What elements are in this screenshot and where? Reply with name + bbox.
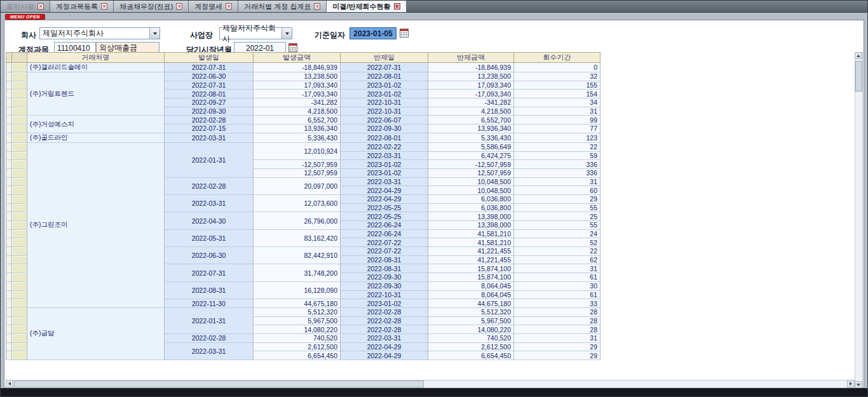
row-selector-cell[interactable] bbox=[12, 81, 27, 90]
row-selector-cell[interactable] bbox=[12, 334, 27, 343]
row-selector-cell[interactable] bbox=[12, 152, 27, 161]
row-selector-cell[interactable] bbox=[12, 98, 27, 107]
site-select[interactable]: 제일저지주식회사 bbox=[219, 27, 292, 39]
grid-row: (주)갤러리드솔레이2022-07-31-18,846,9392022-07-3… bbox=[6, 63, 600, 72]
row-selector-cell[interactable] bbox=[12, 160, 27, 169]
tab-close-icon[interactable]: × bbox=[37, 3, 44, 10]
row-selector-cell[interactable] bbox=[12, 238, 27, 247]
row-selector-cell[interactable] bbox=[12, 247, 27, 256]
customer-name-cell: (주)금담 bbox=[27, 308, 165, 360]
collection-days-cell: 24 bbox=[514, 230, 600, 239]
settlement-date-cell: 2022-04-29 bbox=[341, 351, 428, 360]
row-selector-cell[interactable] bbox=[12, 325, 27, 334]
occurrence-date-cell: 2022-09-30 bbox=[165, 107, 254, 116]
settlement-amount-cell: 8,064,045 bbox=[428, 291, 514, 300]
row-selector-cell[interactable] bbox=[12, 204, 27, 213]
tab-close-icon[interactable]: × bbox=[226, 3, 232, 10]
tab-close-icon[interactable]: × bbox=[176, 3, 182, 10]
tab-close-icon[interactable]: × bbox=[394, 3, 400, 10]
chevron-down-icon[interactable] bbox=[281, 28, 292, 39]
row-margin-cell bbox=[6, 143, 12, 152]
collection-days-cell: 62 bbox=[514, 256, 600, 265]
row-selector-cell[interactable] bbox=[12, 72, 27, 81]
row-selector-cell[interactable] bbox=[12, 133, 27, 143]
horizontal-scrollbar[interactable] bbox=[6, 380, 855, 388]
tab-4[interactable]: 계정명세× bbox=[189, 1, 238, 12]
row-selector-cell[interactable] bbox=[12, 212, 27, 221]
tab-5[interactable]: 거래처별 계정 집계표× bbox=[238, 1, 327, 12]
row-margin-cell bbox=[6, 63, 12, 72]
occurrence-date-cell: 2022-01-31 bbox=[165, 143, 254, 178]
tab-1[interactable]: 공지사항× bbox=[1, 1, 50, 12]
column-header[interactable]: 반제일 bbox=[341, 52, 428, 63]
base-date-input[interactable]: 2023-01-05 bbox=[349, 27, 397, 39]
row-selector-cell[interactable] bbox=[12, 63, 27, 72]
row-selector-cell[interactable] bbox=[12, 107, 27, 116]
row-margin-cell bbox=[6, 273, 12, 282]
row-selector-cell[interactable] bbox=[12, 308, 27, 317]
occurrence-date-cell: 2022-06-30 bbox=[165, 72, 254, 81]
settlement-amount-cell: 10,048,500 bbox=[428, 178, 514, 187]
row-selector-cell[interactable] bbox=[12, 195, 27, 204]
column-header[interactable]: 반제금액 bbox=[428, 52, 514, 63]
row-selector-cell[interactable] bbox=[12, 273, 27, 282]
vertical-scroll-thumb[interactable] bbox=[855, 61, 862, 91]
scroll-up-icon[interactable] bbox=[855, 52, 862, 59]
column-header[interactable]: 회수기간 bbox=[514, 52, 600, 63]
scroll-left-icon[interactable] bbox=[6, 380, 13, 387]
column-header[interactable]: 발생금액 bbox=[254, 52, 341, 63]
column-header[interactable]: 발생일 bbox=[165, 52, 254, 63]
tab-close-icon[interactable]: × bbox=[101, 3, 107, 10]
settlement-date-cell: 2022-07-22 bbox=[341, 247, 428, 256]
main-panel: 회사 제일저지주식회사 사업장 제일저지주식회사 기준일자 2023-01-05… bbox=[4, 20, 864, 388]
occurrence-amount-cell: 14,080,220 bbox=[254, 325, 341, 334]
row-selector-cell[interactable] bbox=[12, 124, 27, 133]
occurrence-amount-cell: 26,796,000 bbox=[254, 212, 341, 229]
row-selector-cell[interactable] bbox=[12, 169, 27, 178]
tab-3[interactable]: 채권채무장(전표)× bbox=[114, 1, 189, 12]
column-header[interactable]: 거래처명 bbox=[27, 52, 165, 63]
row-selector-cell[interactable] bbox=[12, 116, 27, 124]
row-selector-cell[interactable] bbox=[12, 221, 27, 230]
settlement-date-cell: 2022-10-31 bbox=[341, 98, 428, 107]
company-select[interactable]: 제일저지주식회사 bbox=[39, 27, 160, 39]
row-selector-cell[interactable] bbox=[12, 143, 27, 152]
settlement-amount-cell: 41,221,455 bbox=[428, 256, 514, 265]
collection-days-cell: 31 bbox=[514, 178, 600, 187]
row-margin-cell bbox=[6, 282, 12, 291]
row-selector-cell[interactable] bbox=[12, 90, 27, 98]
row-margin-cell bbox=[6, 247, 12, 256]
row-margin-cell bbox=[6, 238, 12, 247]
row-selector-cell[interactable] bbox=[12, 178, 27, 187]
row-selector-cell[interactable] bbox=[12, 186, 27, 195]
scroll-right-icon[interactable] bbox=[847, 380, 855, 387]
tab-6[interactable]: 미결/반제회수현황× bbox=[327, 1, 406, 12]
row-selector-cell[interactable] bbox=[12, 299, 27, 308]
base-date-value: 2023-01-05 bbox=[353, 29, 392, 38]
calendar-icon[interactable] bbox=[400, 29, 409, 37]
occurrence-amount-cell: 12,073,600 bbox=[254, 195, 341, 212]
occurrence-amount-cell: 2,612,500 bbox=[254, 343, 341, 352]
scroll-down-icon[interactable] bbox=[855, 381, 862, 388]
settlement-date-cell: 2022-06-24 bbox=[341, 230, 428, 239]
horizontal-scroll-thumb[interactable] bbox=[14, 380, 424, 387]
vertical-scrollbar[interactable] bbox=[855, 52, 863, 388]
menu-open-button[interactable]: MENU OPEN bbox=[5, 14, 45, 20]
settlement-amount-cell: 6,424,275 bbox=[428, 152, 514, 161]
row-selector-cell[interactable] bbox=[12, 230, 27, 239]
chevron-down-icon[interactable] bbox=[149, 28, 159, 39]
settlement-amount-cell: 6,036,800 bbox=[428, 195, 514, 204]
row-selector-cell[interactable] bbox=[12, 291, 27, 300]
row-selector-cell[interactable] bbox=[12, 256, 27, 265]
row-selector-cell[interactable] bbox=[12, 343, 27, 352]
grid-header: 거래처명발생일발생금액반제일반제금액회수기간 bbox=[6, 52, 600, 63]
calendar-icon[interactable] bbox=[288, 43, 297, 52]
tab-close-icon[interactable]: × bbox=[314, 3, 320, 10]
row-selector-cell[interactable] bbox=[12, 317, 27, 326]
row-selector-cell[interactable] bbox=[12, 264, 27, 273]
row-selector-cell[interactable] bbox=[12, 351, 27, 360]
tab-2[interactable]: 계정과목등록× bbox=[50, 1, 114, 12]
row-selector-cell[interactable] bbox=[12, 282, 27, 291]
settlement-amount-cell: 12,507,959 bbox=[428, 169, 514, 178]
occurrence-amount-cell: 4,218,500 bbox=[254, 107, 341, 116]
